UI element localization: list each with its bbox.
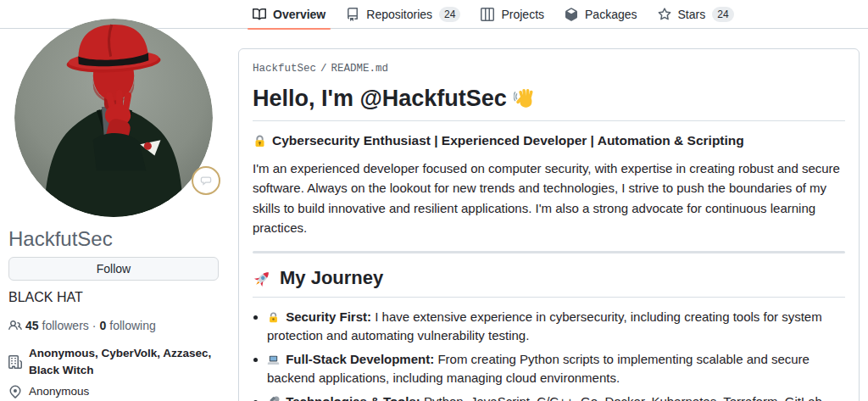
dot-separator: ·: [92, 319, 97, 332]
bullet-label: Full-Stack Development:: [286, 352, 434, 366]
tab-label: Packages: [585, 8, 637, 21]
people-icon: [8, 319, 22, 332]
rocket-emoji: [253, 269, 272, 288]
breadcrumb-separator: /: [320, 63, 327, 75]
book-icon: [253, 8, 266, 21]
bullet-label: Technologies & Tools:: [286, 394, 420, 401]
list-item: Full-Stack Development: From creating Py…: [267, 350, 845, 387]
organization-icon: [8, 345, 22, 378]
profile-tabs: Overview Repositories 24 Projects Packag…: [242, 0, 868, 29]
location-text: Anonymous: [29, 383, 89, 400]
tab-label: Projects: [501, 8, 544, 21]
star-icon: [658, 8, 671, 21]
followers-label[interactable]: followers: [42, 319, 89, 332]
followers-row[interactable]: 45 followers · 0 following: [8, 319, 156, 332]
following-count[interactable]: 0: [100, 319, 107, 332]
followers-count[interactable]: 45: [25, 319, 39, 332]
profile-readme-card: HackfutSec/README.md Hello, I'm @Hackfut…: [238, 48, 860, 401]
avatar-illustration: [14, 19, 213, 217]
readme-intro: I'm an experienced developer focused on …: [253, 159, 845, 237]
lock-emoji: [267, 311, 280, 324]
profile-name: HackfutSec: [8, 227, 113, 251]
journey-list: Security First: I have extensive experie…: [253, 308, 845, 401]
tab-label: Overview: [273, 8, 326, 21]
readme-subtitle: Cybersecurity Enthusiast | Experienced D…: [253, 133, 845, 148]
organizations-text: Anonymous, CyberVolk, Azzasec, Black Wit…: [29, 345, 220, 378]
list-item: Technologies & Tools: Python, JavaScript…: [267, 393, 845, 401]
repositories-count-badge: 24: [439, 7, 460, 22]
avatar[interactable]: [14, 19, 213, 217]
follow-button[interactable]: Follow: [8, 257, 219, 281]
organizations-row: Anonymous, CyberVolk, Azzasec, Black Wit…: [8, 345, 220, 378]
location-icon: [8, 383, 22, 400]
status-badge[interactable]: [192, 166, 220, 195]
bullet-label: Security First:: [286, 309, 371, 324]
tab-packages[interactable]: Packages: [554, 0, 647, 29]
locked-with-key-emoji: [253, 134, 267, 148]
profile-sidebar: HackfutSec Follow BLACK HAT 45 followers…: [0, 0, 234, 401]
readme-title-text: Hello, I'm @HackfutSec: [253, 86, 507, 112]
waving-hand-emoji: [514, 87, 537, 110]
tab-label: Repositories: [366, 8, 432, 21]
journey-heading-text: My Journey: [280, 267, 383, 289]
repo-icon: [346, 8, 359, 21]
readme-title: Hello, I'm @HackfutSec: [253, 86, 845, 121]
profile-bio: BLACK HAT: [8, 290, 83, 305]
tab-stars[interactable]: Stars 24: [648, 0, 744, 29]
stars-count-badge: 24: [712, 7, 733, 22]
breadcrumb-repo: HackfutSec: [253, 63, 316, 75]
readme-subtitle-text: Cybersecurity Enthusiast | Experienced D…: [272, 133, 744, 148]
tab-overview[interactable]: Overview: [242, 0, 336, 29]
hammer-and-wrench-emoji: [267, 396, 280, 401]
tab-projects[interactable]: Projects: [470, 0, 554, 29]
markdown-divider: [253, 251, 845, 253]
following-label[interactable]: following: [109, 319, 155, 332]
breadcrumb: HackfutSec/README.md: [253, 63, 845, 75]
project-icon: [481, 8, 494, 21]
package-icon: [565, 8, 578, 21]
list-item: Security First: I have extensive experie…: [267, 308, 845, 345]
location-row: Anonymous: [8, 383, 220, 400]
tab-label: Stars: [678, 8, 706, 21]
speech-bubble-icon: [199, 174, 213, 187]
laptop-emoji: [267, 354, 280, 366]
breadcrumb-file-link[interactable]: README.md: [331, 63, 389, 75]
tab-repositories[interactable]: Repositories 24: [336, 0, 470, 29]
journey-heading: My Journey: [253, 267, 845, 298]
